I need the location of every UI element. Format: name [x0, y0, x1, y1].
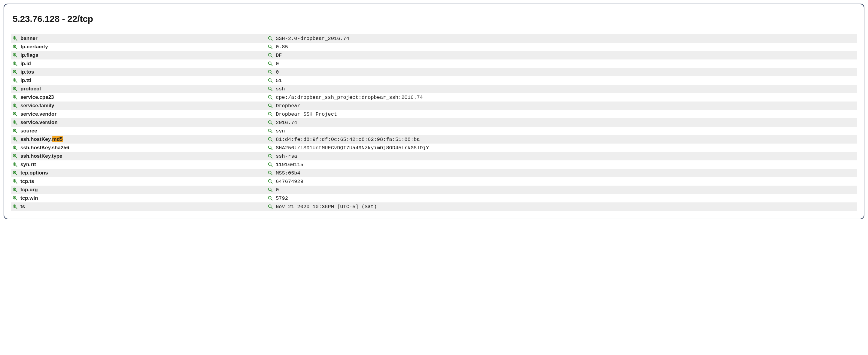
field-key-cell: protocol	[11, 85, 266, 93]
table-row: service.vendor Dropbear SSH Project	[11, 110, 857, 118]
search-icon[interactable]	[268, 36, 273, 41]
zoom-in-icon[interactable]	[12, 129, 18, 133]
search-icon[interactable]	[268, 146, 273, 150]
search-icon[interactable]	[268, 204, 273, 209]
zoom-in-icon[interactable]	[12, 120, 18, 125]
zoom-in-icon[interactable]	[12, 170, 18, 175]
field-key-label: banner	[21, 35, 37, 41]
zoom-in-icon[interactable]	[12, 196, 18, 201]
field-value-cell: Nov 21 2020 10:38PM [UTC-5] (Sat)	[266, 202, 857, 211]
field-key-label: service.family	[21, 103, 54, 109]
field-value-cell: SSH-2.0-dropbear_2016.74	[266, 34, 857, 43]
field-value-cell: 647674929	[266, 177, 857, 186]
field-key-label: fp.certainty	[21, 44, 48, 50]
field-value-label: ssh	[276, 86, 285, 92]
result-panel: 5.23.76.128 - 22/tcp banner SSH-2.0-drop…	[4, 4, 864, 219]
search-icon[interactable]	[268, 196, 273, 201]
zoom-in-icon[interactable]	[12, 70, 18, 74]
field-value-cell: ssh	[266, 85, 857, 93]
zoom-in-icon[interactable]	[12, 204, 18, 209]
field-value-label: 2016.74	[276, 120, 297, 126]
svg-line-53	[271, 106, 272, 108]
field-key-cell: ts	[11, 202, 266, 211]
field-key-cell: banner	[11, 34, 266, 43]
svg-line-23	[271, 64, 272, 66]
table-row: ssh.hostKey.sha256 SHA256:/iS01UntMUFCvD…	[11, 143, 857, 152]
svg-line-19	[16, 64, 17, 66]
search-icon[interactable]	[268, 154, 273, 159]
svg-line-37	[16, 90, 17, 91]
svg-line-1	[16, 39, 17, 40]
field-key-label: source	[21, 128, 37, 134]
field-key-label: service.cpe23	[21, 94, 54, 100]
zoom-in-icon[interactable]	[12, 44, 18, 49]
table-row: ip.id 0	[11, 60, 857, 68]
zoom-in-icon[interactable]	[12, 162, 18, 167]
search-icon[interactable]	[268, 187, 273, 192]
table-row: tcp.win 5792	[11, 194, 857, 202]
field-key-label: ts	[21, 204, 25, 209]
field-value-cell: 0	[266, 68, 857, 76]
svg-line-43	[16, 98, 17, 99]
zoom-in-icon[interactable]	[12, 87, 18, 91]
field-value-cell: 2016.74	[266, 118, 857, 127]
table-row: ip.flags DF	[11, 51, 857, 60]
search-icon[interactable]	[268, 170, 273, 175]
field-value-label: syn	[276, 128, 285, 134]
field-key-label: ip.ttl	[21, 77, 31, 84]
search-icon[interactable]	[268, 137, 273, 142]
zoom-in-icon[interactable]	[12, 36, 18, 41]
search-icon[interactable]	[268, 179, 273, 184]
search-icon[interactable]	[268, 129, 273, 133]
svg-line-121	[16, 207, 17, 209]
svg-line-91	[16, 165, 17, 167]
field-key-cell: tcp.options	[11, 169, 266, 177]
zoom-in-icon[interactable]	[12, 103, 18, 108]
field-value-cell: cpe:/a:dropbear_ssh_project:dropbear_ssh…	[266, 93, 857, 101]
zoom-in-icon[interactable]	[12, 154, 18, 159]
svg-line-71	[271, 132, 272, 133]
field-value-cell: DF	[266, 51, 857, 60]
svg-line-35	[271, 81, 272, 83]
zoom-in-icon[interactable]	[12, 53, 18, 58]
table-row: ssh.hostKey.md5 81:d4:fe:d8:9f:df:0c:65:…	[11, 135, 857, 143]
field-key-cell: service.cpe23	[11, 93, 266, 101]
svg-line-49	[16, 106, 17, 108]
table-row: service.version 2016.74	[11, 118, 857, 127]
field-key-label: service.vendor	[21, 111, 57, 117]
zoom-in-icon[interactable]	[12, 187, 18, 192]
search-icon[interactable]	[268, 103, 273, 108]
zoom-in-icon[interactable]	[12, 95, 18, 100]
search-icon[interactable]	[268, 61, 273, 66]
search-icon[interactable]	[268, 53, 273, 58]
svg-line-119	[271, 199, 272, 200]
field-key-cell: syn.rtt	[11, 160, 266, 169]
search-icon[interactable]	[268, 70, 273, 74]
search-icon[interactable]	[268, 162, 273, 167]
zoom-in-icon[interactable]	[12, 137, 18, 142]
search-icon[interactable]	[268, 78, 273, 83]
zoom-in-icon[interactable]	[12, 179, 18, 184]
table-row: tcp.ts 647674929	[11, 177, 857, 186]
svg-line-83	[271, 149, 272, 150]
table-row: service.family Dropbear	[11, 101, 857, 110]
zoom-in-icon[interactable]	[12, 61, 18, 66]
field-value-cell: 5792	[266, 194, 857, 202]
svg-line-47	[271, 98, 272, 99]
search-icon[interactable]	[268, 112, 273, 117]
svg-line-17	[271, 56, 272, 57]
search-icon[interactable]	[268, 120, 273, 125]
search-icon[interactable]	[268, 44, 273, 49]
svg-line-103	[16, 182, 17, 184]
svg-line-125	[271, 207, 272, 209]
field-key-label: tcp.ts	[21, 179, 34, 185]
zoom-in-icon[interactable]	[12, 112, 18, 117]
field-value-label: 0.85	[276, 44, 288, 50]
search-icon[interactable]	[268, 87, 273, 91]
zoom-in-icon[interactable]	[12, 146, 18, 150]
search-icon[interactable]	[268, 95, 273, 100]
field-key-label: syn.rtt	[21, 162, 36, 168]
field-key-label: service.version	[21, 120, 58, 126]
zoom-in-icon[interactable]	[12, 78, 18, 83]
table-row: source syn	[11, 127, 857, 135]
